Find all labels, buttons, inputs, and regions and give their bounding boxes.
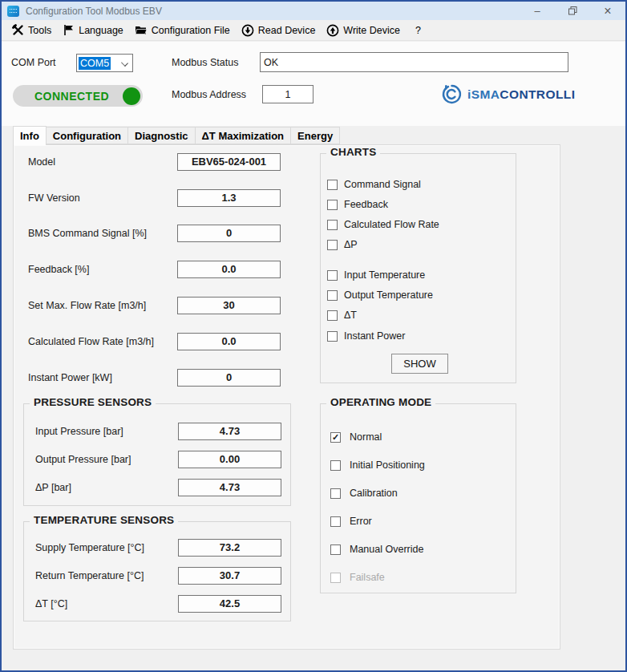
model-value: EBV65-024-001 bbox=[177, 153, 281, 171]
checkbox-icon bbox=[327, 310, 338, 321]
modbus-status-field[interactable]: OK bbox=[260, 52, 568, 72]
checkbox-icon bbox=[327, 200, 338, 210]
app-window: Configuration Tool Modbus EBV – × Tools bbox=[0, 0, 627, 672]
field-label: Model bbox=[28, 156, 55, 168]
close-button[interactable]: × bbox=[590, 2, 625, 20]
operating-mode-title: OPERATING MODE bbox=[326, 396, 435, 408]
modbus-address-value: 1 bbox=[285, 89, 291, 100]
mode-checkbox-error[interactable]: Error bbox=[330, 516, 372, 527]
field-label: Instant Power [kW] bbox=[28, 371, 112, 384]
checkbox-icon bbox=[327, 331, 338, 342]
tab-diagnostic[interactable]: Diagnostic bbox=[128, 127, 195, 144]
chart-checkbox-output-temperature[interactable]: Output Temperature bbox=[327, 289, 433, 301]
field-label: Calculated Flow Rate [m3/h] bbox=[28, 335, 154, 348]
brand-part-2: CONTROLLI bbox=[500, 87, 575, 101]
title-bar: Configuration Tool Modbus EBV – × bbox=[2, 2, 625, 20]
minimize-button[interactable]: – bbox=[520, 2, 555, 20]
modbus-address-label: Modbus Address bbox=[172, 89, 246, 100]
temperature-sensors-title: TEMPERATURE SENSORS bbox=[30, 514, 178, 526]
field-label: Feedback [%] bbox=[28, 263, 89, 276]
tab-configuration[interactable]: Configuration bbox=[47, 127, 128, 144]
menu-label: Read Device bbox=[258, 25, 316, 36]
window-title: Configuration Tool Modbus EBV bbox=[26, 6, 162, 17]
field-label: Set Max. Flow Rate [m3/h] bbox=[28, 299, 146, 312]
chart-checkbox-delta-t[interactable]: ΔT bbox=[327, 310, 357, 321]
checkbox-label: Initial Positioning bbox=[350, 459, 425, 471]
menu-label: ? bbox=[415, 25, 421, 36]
menu-language[interactable]: Language bbox=[60, 20, 132, 40]
brand-logo: iSMACONTROLLI bbox=[441, 83, 575, 105]
tab-energy[interactable]: Energy bbox=[291, 127, 340, 144]
menu-label: Configuration File bbox=[152, 25, 230, 36]
supply-temperature-value: 73.2 bbox=[178, 539, 281, 557]
chevron-down-icon bbox=[121, 59, 128, 67]
checkbox-icon bbox=[330, 460, 341, 471]
tools-icon bbox=[12, 24, 24, 36]
input-pressure-value: 4.73 bbox=[178, 423, 281, 440]
com-port-label: COM Port bbox=[11, 57, 56, 68]
checkbox-label: Command Signal bbox=[344, 179, 421, 190]
com-port-value: COM5 bbox=[79, 57, 111, 70]
pressure-sensors-title: PRESSURE SENSORS bbox=[30, 396, 156, 408]
mode-checkbox-manual-override[interactable]: Manual Override bbox=[330, 544, 423, 555]
checkbox-label: Error bbox=[350, 516, 372, 527]
field-label: FW Version bbox=[28, 192, 80, 204]
chart-checkbox-calculated-flow-rate[interactable]: Calculated Flow Rate bbox=[327, 219, 439, 230]
field-label: Input Pressure [bar] bbox=[35, 425, 123, 438]
menu-label: Tools bbox=[28, 25, 51, 36]
write-device-icon bbox=[326, 24, 339, 37]
chart-checkbox-instant-power[interactable]: Instant Power bbox=[327, 330, 405, 342]
mode-checkbox-normal[interactable]: ✓ Normal bbox=[330, 431, 382, 443]
menu-bar: Tools Language Configuration File Read D… bbox=[2, 20, 625, 41]
checkbox-label: Feedback bbox=[344, 199, 388, 210]
field-label: ΔT [°C] bbox=[35, 597, 67, 610]
mode-checkbox-initial-positioning[interactable]: Initial Positioning bbox=[330, 459, 425, 471]
tab-dt-maximization[interactable]: ΔT Maximization bbox=[196, 127, 292, 144]
menu-read-device[interactable]: Read Device bbox=[239, 20, 325, 40]
menu-help[interactable]: ? bbox=[409, 20, 430, 40]
isma-controlli-icon bbox=[441, 83, 463, 105]
folder-icon bbox=[135, 24, 148, 36]
field-label: ΔP [bar] bbox=[35, 481, 71, 494]
modbus-address-field[interactable]: 1 bbox=[262, 85, 314, 103]
delta-t-value: 42.5 bbox=[178, 595, 281, 613]
connection-header: COM Port COM5 Modbus Status OK CONNECTED… bbox=[2, 42, 625, 126]
checkbox-label: Calibration bbox=[350, 488, 398, 499]
checkbox-label: Normal bbox=[350, 431, 382, 443]
menu-write-device[interactable]: Write Device bbox=[324, 20, 409, 40]
checkbox-icon bbox=[327, 240, 338, 250]
checkbox-icon bbox=[330, 488, 341, 499]
restore-button[interactable] bbox=[555, 2, 590, 20]
field-label: Supply Temperature [°C] bbox=[35, 541, 144, 554]
read-device-icon bbox=[241, 24, 254, 37]
chart-checkbox-delta-p[interactable]: ΔP bbox=[327, 239, 358, 250]
checkbox-label: Calculated Flow Rate bbox=[344, 219, 439, 230]
brand-part-1: iSMA bbox=[467, 87, 500, 101]
chart-checkbox-feedback[interactable]: Feedback bbox=[327, 199, 388, 210]
menu-configuration-file[interactable]: Configuration File bbox=[132, 20, 239, 40]
field-label: Return Temperature [°C] bbox=[35, 569, 144, 582]
tab-strip: Info Configuration Diagnostic ΔT Maximiz… bbox=[13, 126, 340, 144]
checkbox-icon bbox=[327, 270, 338, 281]
checkbox-icon bbox=[330, 516, 341, 527]
chart-checkbox-command-signal[interactable]: Command Signal bbox=[327, 179, 421, 190]
delta-p-value: 4.73 bbox=[178, 479, 281, 496]
show-button[interactable]: SHOW bbox=[391, 354, 448, 374]
connection-state-label: CONNECTED bbox=[13, 90, 123, 103]
checkbox-label: Manual Override bbox=[350, 544, 423, 555]
operating-mode-group: OPERATING MODE ✓ Normal Initial Position… bbox=[320, 403, 516, 593]
mode-checkbox-calibration[interactable]: Calibration bbox=[330, 488, 398, 499]
brand-logo-text: iSMACONTROLLI bbox=[467, 87, 575, 102]
instant-power-value: 0 bbox=[177, 369, 281, 387]
checkbox-label: Output Temperature bbox=[344, 289, 433, 301]
connection-toggle[interactable]: CONNECTED bbox=[13, 85, 143, 107]
modbus-status-value: OK bbox=[264, 57, 278, 68]
checkbox-label: Input Temperature bbox=[344, 269, 425, 281]
tab-info[interactable]: Info bbox=[13, 126, 47, 145]
chart-checkbox-input-temperature[interactable]: Input Temperature bbox=[327, 269, 425, 281]
pressure-sensors-group: PRESSURE SENSORS Input Pressure [bar] 4.… bbox=[23, 403, 291, 506]
menu-tools[interactable]: Tools bbox=[10, 20, 60, 40]
checkbox-checked-icon: ✓ bbox=[330, 432, 341, 443]
com-port-select[interactable]: COM5 bbox=[76, 54, 133, 72]
charts-group: CHARTS Command Signal Feedback Calculate… bbox=[320, 153, 516, 383]
